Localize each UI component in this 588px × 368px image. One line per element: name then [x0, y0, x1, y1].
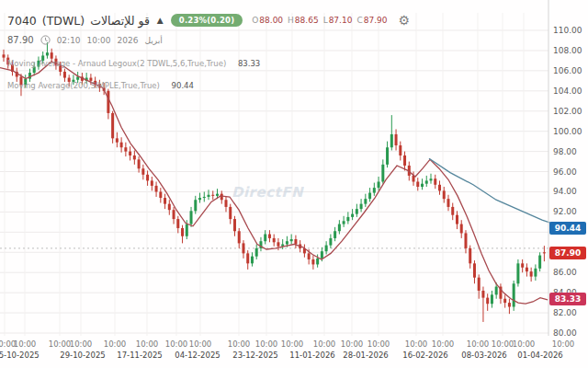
candle — [473, 263, 476, 277]
low-label: L — [323, 16, 328, 25]
candle — [173, 210, 175, 219]
date-label: 01-04-2026 — [517, 351, 562, 360]
close-label: C — [356, 16, 362, 25]
time-label: 10:00 — [165, 339, 188, 349]
open-label: O — [252, 16, 258, 25]
candle — [277, 242, 279, 246]
time-label: 10:00 — [552, 339, 575, 349]
candle — [308, 253, 311, 259]
clock-icon — [40, 35, 51, 45]
candle — [141, 168, 144, 175]
last-trade-info: 87.90 02:10 10:00 2026 أبريل — [7, 35, 163, 45]
candle — [198, 198, 201, 200]
legend-sma200[interactable]: Moving Average(200,SIMPLE,True,True) 90.… — [7, 81, 194, 90]
low-value: 87.10 — [329, 16, 353, 25]
candle — [290, 239, 293, 241]
candle — [451, 207, 454, 215]
candle — [447, 199, 449, 207]
price-badge-87.90: 87.90 — [549, 247, 586, 259]
candle — [211, 195, 214, 196]
candle — [186, 224, 188, 236]
date-label: 17-11-2025 — [117, 351, 162, 360]
candle — [395, 134, 398, 145]
candle — [346, 217, 349, 221]
gear-icon[interactable]: ⚙ — [398, 13, 410, 28]
candle — [151, 180, 153, 185]
time-axis[interactable]: 10:0010:0010:0010:0010:0010:0010:0010:00… — [0, 336, 588, 368]
candle — [491, 294, 493, 304]
candle — [464, 233, 467, 247]
candle — [513, 283, 515, 306]
time-label: 10:00 — [228, 339, 251, 349]
candle — [381, 165, 384, 182]
trade-time-2: 10:00 — [87, 36, 111, 45]
candle — [181, 228, 184, 236]
candle — [251, 257, 254, 264]
candle — [530, 271, 533, 276]
candle — [543, 252, 546, 253]
candle — [138, 159, 141, 168]
candle — [208, 195, 210, 197]
candle — [403, 155, 406, 166]
candle — [534, 269, 537, 277]
candle — [168, 204, 171, 211]
candlestick-chart[interactable] — [0, 0, 588, 336]
candle — [503, 299, 506, 303]
symbol-dropdown-icon[interactable]: ▲ — [157, 16, 164, 25]
candle — [146, 175, 149, 181]
candle — [203, 197, 206, 198]
candle — [329, 238, 332, 246]
candle — [133, 155, 136, 159]
candle — [368, 193, 371, 200]
price-axis-label: 108.00 — [553, 46, 582, 55]
candle — [164, 198, 166, 204]
price-axis-label: 102.00 — [553, 107, 582, 116]
time-label: 10:00 — [255, 339, 278, 349]
date-label: 23-12-2025 — [232, 351, 277, 360]
candle — [343, 221, 345, 224]
candle — [46, 52, 49, 55]
time-label: 10:00 — [70, 339, 93, 349]
candle — [364, 199, 367, 203]
candle — [469, 248, 471, 263]
alma-line — [0, 62, 548, 304]
candle — [325, 246, 328, 252]
time-label: 10:00 — [189, 339, 212, 349]
candle — [360, 204, 363, 209]
candle — [356, 209, 358, 213]
trade-time-1: 02:10 — [57, 36, 81, 45]
candle — [390, 134, 393, 147]
candle — [159, 191, 162, 198]
exchange-code: (TDWL) — [42, 14, 85, 28]
trade-year: 2026 — [118, 36, 139, 45]
candle — [495, 287, 498, 295]
price-axis-label: 82.00 — [553, 308, 577, 317]
candle — [242, 243, 244, 253]
candle — [399, 145, 401, 155]
price-axis-label: 86.00 — [553, 268, 577, 277]
candle — [229, 207, 232, 219]
candle — [338, 224, 341, 232]
candle — [316, 259, 319, 265]
candle — [351, 214, 354, 217]
candle — [194, 200, 197, 211]
price-axis[interactable]: 110.00108.00106.00104.00102.00100.0098.0… — [548, 0, 588, 336]
close-value: 87.90 — [364, 16, 388, 25]
candle — [443, 190, 446, 199]
legend-sma200-label: Moving Average(200,SIMPLE,True,True) — [7, 81, 160, 90]
candle — [526, 268, 528, 271]
candle — [386, 147, 389, 165]
candle — [264, 235, 266, 242]
candle — [268, 235, 271, 238]
candle — [129, 152, 131, 155]
candle — [438, 185, 441, 191]
legend-alma[interactable]: Moving Average - Arnaud Legoux(2 TDWL,5,… — [7, 59, 260, 68]
candle — [220, 194, 223, 201]
candle — [478, 278, 481, 291]
candle — [76, 76, 79, 79]
candle — [421, 184, 424, 187]
date-label: 29-10-2025 — [60, 351, 105, 360]
candle — [334, 231, 336, 238]
time-label: 10:00 — [136, 339, 159, 349]
price-axis-label: 96.00 — [553, 167, 577, 177]
